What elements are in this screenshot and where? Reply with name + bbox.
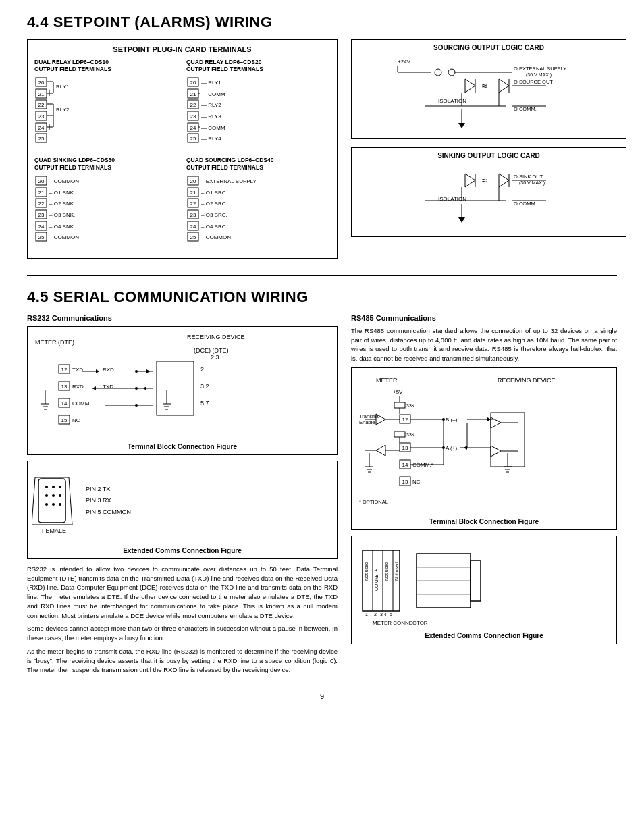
svg-text:METER (DTE): METER (DTE) bbox=[35, 339, 74, 346]
svg-text:COMM.: COMM. bbox=[72, 400, 91, 407]
rs232-body-2: Some devices cannot accept more than two… bbox=[27, 624, 338, 643]
quad-sourcing-group: QUAD SOURCING LDP6–CDS40OUTPUT FIELD TER… bbox=[186, 157, 330, 248]
svg-text:— COMM: — COMM bbox=[201, 125, 225, 131]
sinking-card-title: SINKING OUTPUT LOGIC CARD bbox=[357, 152, 620, 159]
quad-sinking-title: QUAD SINKING LDP6–CDS30OUTPUT FIELD TERM… bbox=[34, 157, 178, 170]
svg-text:14: 14 bbox=[61, 400, 68, 407]
svg-text:24: 24 bbox=[190, 125, 196, 131]
sinking-logic-card-box: SINKING OUTPUT LOGIC CARD O SINK OUT (30… bbox=[351, 147, 626, 237]
rs485-terminal-block-box: METER RECEIVING DEVICE +5V 33K Transmit … bbox=[351, 367, 617, 530]
svg-text:23: 23 bbox=[190, 113, 196, 120]
svg-text:12: 12 bbox=[402, 417, 408, 423]
svg-text:15: 15 bbox=[61, 417, 68, 423]
svg-text:B (–): B (–) bbox=[446, 417, 458, 423]
svg-text:FEMALE: FEMALE bbox=[42, 527, 66, 534]
svg-text:TXD: TXD bbox=[103, 384, 113, 390]
svg-text:2       3: 2 3 bbox=[211, 354, 219, 361]
svg-text:24: 24 bbox=[38, 125, 45, 131]
logic-panels: SOURCING OUTPUT LOGIC CARD +24V O EXTERN… bbox=[351, 39, 626, 259]
rs485-extended-box: Not used B–+ COMM Not used Not used 1 2 … bbox=[351, 536, 617, 644]
rs485-terminal-svg: METER RECEIVING DEVICE +5V 33K Transmit … bbox=[356, 372, 612, 514]
svg-point-169 bbox=[59, 494, 61, 497]
svg-text:5: 5 bbox=[390, 612, 392, 617]
svg-text:2: 2 bbox=[200, 366, 204, 373]
svg-text:21: 21 bbox=[190, 190, 196, 196]
svg-text:PIN 3  RX: PIN 3 RX bbox=[86, 497, 111, 504]
svg-text:NC: NC bbox=[72, 417, 80, 423]
extended-comms-caption: Extended Comms Connection Figure bbox=[32, 547, 333, 554]
svg-text:23: 23 bbox=[190, 212, 196, 218]
svg-text:O EXTERNAL SUPPLY: O EXTERNAL SUPPLY bbox=[514, 66, 566, 72]
svg-text:– O3 SRC.: – O3 SRC. bbox=[201, 212, 227, 218]
svg-text:COMM: COMM bbox=[374, 575, 379, 590]
svg-text:20: 20 bbox=[190, 80, 196, 86]
rs485-title: RS485 Communications bbox=[351, 314, 617, 322]
svg-text:– O4 SRC.: – O4 SRC. bbox=[201, 224, 227, 230]
svg-text:24: 24 bbox=[38, 224, 45, 230]
svg-text:ISOLATION: ISOLATION bbox=[438, 196, 466, 202]
dual-relay-svg: 20 21 RLY1 22 bbox=[34, 74, 163, 149]
sinking-logic-svg: O SINK OUT (30 V MAX.) ≈ ISOLATION O COM… bbox=[357, 163, 620, 231]
section-45-content: RS232 Communications METER (DTE) RECEIVI… bbox=[27, 314, 617, 679]
svg-text:– O2 SRC.: – O2 SRC. bbox=[201, 201, 227, 207]
svg-text:— RLY3: — RLY3 bbox=[201, 113, 221, 120]
rs485-terminal-caption: Terminal Block Connection Figure bbox=[356, 518, 612, 525]
svg-point-164 bbox=[45, 486, 48, 488]
svg-text:O COMM.: O COMM. bbox=[514, 106, 537, 112]
setpoint-plug-in-card-box: SETPOINT PLUG-IN CARD TERMINALS DUAL REL… bbox=[27, 39, 338, 259]
svg-point-168 bbox=[52, 494, 55, 497]
svg-point-167 bbox=[45, 494, 48, 497]
right-col-45: RS485 Communications The RS485 communica… bbox=[351, 314, 617, 679]
svg-text:22: 22 bbox=[190, 102, 196, 108]
left-col-45: RS232 Communications METER (DTE) RECEIVI… bbox=[27, 314, 338, 679]
rs232-extended-box: PIN 2 TX PIN 3 RX PIN 5 COMMON FEMALE Ex… bbox=[27, 461, 338, 559]
svg-text:21: 21 bbox=[38, 190, 45, 196]
svg-text:METER: METER bbox=[376, 377, 398, 384]
svg-text:– COMMON: – COMMON bbox=[49, 178, 79, 184]
svg-marker-92 bbox=[499, 79, 509, 93]
svg-text:25: 25 bbox=[38, 234, 45, 240]
svg-marker-205 bbox=[376, 445, 385, 456]
svg-text:20: 20 bbox=[38, 80, 45, 86]
svg-marker-119 bbox=[458, 217, 465, 223]
svg-rect-248 bbox=[471, 561, 481, 601]
svg-text:23: 23 bbox=[38, 113, 45, 120]
quad-sourcing-svg: 20 – EXTERNAL SUPPLY 21 – O1 SRC. 22 – O… bbox=[186, 173, 315, 247]
svg-text:— RLY1: — RLY1 bbox=[201, 80, 221, 86]
sourcing-logic-svg: +24V O EXTERNAL SUPPLY (30 V MAX.) ≈ bbox=[357, 55, 620, 133]
quad-relay-group: QUAD RELAY LDP6–CDS20OUTPUT FIELD TERMIN… bbox=[186, 59, 330, 150]
svg-text:3       2: 3 2 bbox=[200, 383, 209, 390]
svg-text:A (+): A (+) bbox=[446, 445, 457, 451]
svg-text:3: 3 bbox=[380, 612, 383, 617]
svg-text:– O1 SRC.: – O1 SRC. bbox=[201, 190, 227, 196]
svg-text:Not used: Not used bbox=[384, 562, 389, 581]
svg-text:* OPTIONAL: * OPTIONAL bbox=[359, 499, 388, 505]
svg-text:22: 22 bbox=[190, 201, 196, 207]
terminals-grid: DUAL RELAY LDP6–CDS10OUTPUT FIELD TERMIN… bbox=[34, 59, 330, 253]
svg-text:RXD: RXD bbox=[103, 367, 114, 373]
quad-sinking-svg: 20 – COMMON 21 – O1 SNK. 22 – O2 SNK. 23… bbox=[34, 173, 163, 247]
svg-text:– O4 SNK.: – O4 SNK. bbox=[49, 224, 75, 230]
section-44-content: SETPOINT PLUG-IN CARD TERMINALS DUAL REL… bbox=[27, 39, 617, 259]
svg-point-172 bbox=[59, 503, 61, 506]
svg-text:5       7: 5 7 bbox=[200, 400, 209, 407]
section-divider bbox=[27, 275, 617, 276]
svg-text:22: 22 bbox=[38, 102, 45, 108]
svg-text:13: 13 bbox=[61, 384, 68, 390]
dual-relay-group: DUAL RELAY LDP6–CDS10OUTPUT FIELD TERMIN… bbox=[34, 59, 178, 150]
svg-point-166 bbox=[59, 486, 61, 488]
svg-text:– O1 SNK.: – O1 SNK. bbox=[49, 190, 75, 196]
svg-text:14: 14 bbox=[402, 462, 408, 468]
svg-text:20: 20 bbox=[190, 178, 196, 184]
svg-text:25: 25 bbox=[190, 234, 196, 240]
svg-text:O COMM.: O COMM. bbox=[514, 201, 537, 207]
quad-sourcing-title: QUAD SOURCING LDP6–CDS40OUTPUT FIELD TER… bbox=[186, 157, 330, 170]
svg-text:≈: ≈ bbox=[482, 80, 487, 91]
svg-text:— RLY4: — RLY4 bbox=[201, 136, 221, 142]
rs232-extended-svg: PIN 2 TX PIN 3 RX PIN 5 COMMON FEMALE bbox=[32, 465, 322, 543]
rs232-title: RS232 Communications bbox=[27, 314, 338, 322]
svg-text:22: 22 bbox=[38, 201, 45, 207]
svg-text:NC: NC bbox=[412, 479, 421, 485]
svg-text:PIN 2  TX: PIN 2 TX bbox=[86, 486, 110, 492]
svg-point-171 bbox=[52, 503, 55, 506]
